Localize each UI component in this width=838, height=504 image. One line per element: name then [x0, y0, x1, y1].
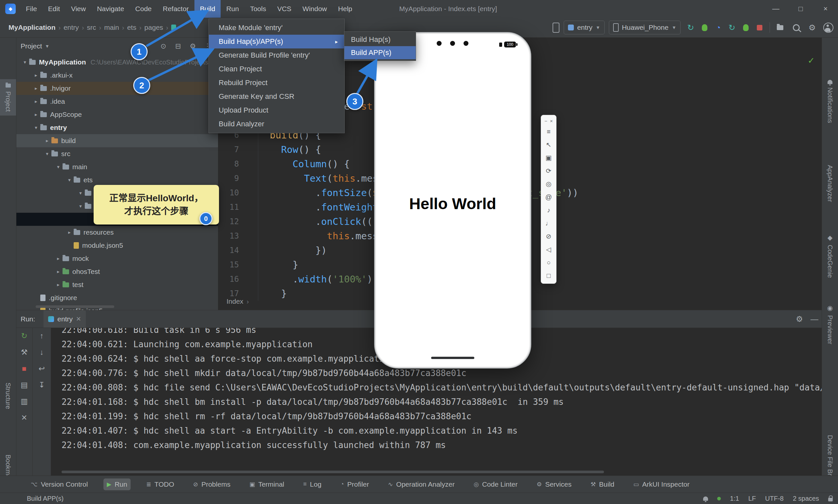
strip-tab-codegenie[interactable]: ◆CodeGenie [822, 234, 838, 278]
menu-item-generate-build-profile-entry[interactable]: Generate Build Profile 'entry' [209, 49, 344, 62]
tool-tab-operation-analyzer[interactable]: ∿Operation Analyzer [385, 479, 458, 490]
tree-item-ohostest[interactable]: ▸ohosTest [16, 265, 218, 278]
tree-expand-icon[interactable]: ▸ [43, 138, 51, 144]
restore-layout-icon[interactable]: ▤ [16, 377, 32, 393]
status-widget-1-1[interactable]: 1:1 [730, 495, 739, 502]
tree-collapse-icon[interactable]: ▾ [32, 125, 40, 130]
pointer-icon[interactable]: ↖ [541, 138, 556, 151]
tree-expand-icon[interactable]: ▸ [32, 112, 40, 118]
menu-item-clean-project[interactable]: Clean Project [209, 62, 344, 76]
locate-icon[interactable]: ◎ [541, 177, 556, 191]
palette-minimize-icon[interactable]: − [545, 118, 547, 124]
tool-tab-services[interactable]: ⚙Services [533, 479, 575, 490]
menubar-item-tools[interactable]: Tools [245, 0, 272, 18]
notifications-icon[interactable] [703, 497, 708, 501]
rerun-icon[interactable]: ↻ [16, 328, 32, 344]
tree-item-entry[interactable]: ▾entry [16, 121, 218, 134]
menubar-item-view[interactable]: View [66, 0, 91, 18]
status-widget-2-spaces[interactable]: 2 spaces [793, 495, 819, 502]
tree-expand-icon[interactable]: ▸ [32, 98, 40, 104]
strip-tab-notifications[interactable]: Notifications [822, 80, 838, 123]
menu-icon[interactable]: ≡ [541, 125, 556, 138]
menubar-item-help[interactable]: Help [333, 0, 358, 18]
menubar-item-navigate[interactable]: Navigate [91, 0, 130, 18]
breadcrumb-item-main[interactable]: main [104, 23, 119, 32]
hide-panel-icon[interactable]: — [807, 314, 822, 324]
profile-avatar-icon[interactable] [822, 21, 834, 34]
soft-wrap-icon[interactable]: ↩ [33, 360, 51, 377]
collapse-all-icon[interactable]: ⊟ [172, 42, 184, 50]
down-stack-icon[interactable]: ↓ [33, 344, 51, 360]
tree-collapse-icon[interactable]: ▾ [21, 59, 29, 65]
print-icon[interactable]: ▥ [16, 393, 32, 410]
home-icon[interactable]: ○ [541, 256, 556, 269]
project-panel-title[interactable]: Project [21, 42, 42, 50]
breadcrumb-item-entry[interactable]: entry [64, 23, 79, 32]
tree-expand-icon[interactable]: ▸ [32, 72, 40, 78]
tree-item-arkui-x[interactable]: ▸.arkui-x [16, 69, 218, 82]
tool-tab-run[interactable]: ▶Run [104, 479, 130, 490]
menu-item-build-app-s[interactable]: Build APP(s) [344, 46, 416, 59]
tree-expand-icon[interactable]: ▸ [54, 282, 63, 288]
lock-icon[interactable] [828, 498, 833, 501]
horizontal-scrollbar[interactable] [36, 305, 114, 308]
device-file-browser-icon[interactable] [774, 21, 786, 34]
breadcrumb-item-myapplication[interactable]: MyApplication [8, 23, 56, 32]
menu-item-build-hap-s[interactable]: Build Hap(s) [344, 33, 416, 46]
editor-breadcrumb[interactable]: Index › [227, 298, 249, 305]
tree-item-gitignore[interactable]: .gitignore [16, 291, 218, 304]
edit-config-icon[interactable]: ⚒ [16, 344, 32, 360]
menu-item-build-hap-s-app-s[interactable]: Build Hap(s)/APP(s)▸ [209, 35, 344, 49]
breadcrumb-item-pages[interactable]: pages [144, 23, 163, 32]
close-tab-icon[interactable]: ✕ [76, 315, 81, 323]
tree-item-src[interactable]: ▾src [16, 147, 218, 160]
menu-item-upload-product[interactable]: Upload Product [209, 104, 344, 117]
tree-item-build[interactable]: ▸build [16, 134, 218, 147]
stop-icon[interactable]: ■ [16, 360, 32, 377]
status-widget-lf[interactable]: LF [748, 495, 756, 502]
up-stack-icon[interactable]: ↑ [33, 328, 51, 344]
back-icon[interactable]: ◁ [541, 243, 556, 256]
rotate-icon[interactable]: ⟳ [541, 164, 556, 177]
tree-item-hvigor[interactable]: ▸.hvigor [16, 82, 218, 95]
menubar-item-run[interactable]: Run [221, 0, 245, 18]
tree-item-resources[interactable]: ▸resources [16, 226, 218, 239]
locate-file-icon[interactable]: ⊙ [158, 42, 169, 50]
menubar-item-vcs[interactable]: VCS [272, 0, 297, 18]
module-selector[interactable]: entry ▼ [564, 21, 605, 34]
volume-up-icon[interactable]: ♪ [541, 203, 556, 217]
strip-tab-structure[interactable]: Structure [0, 382, 16, 409]
maximize-button[interactable]: □ [788, 0, 813, 18]
clear-icon[interactable]: ✕ [16, 410, 32, 426]
tree-item-mock[interactable]: ▸mock [16, 252, 218, 265]
tree-item-appscope[interactable]: ▸AppScope [16, 108, 218, 121]
recents-icon[interactable]: □ [541, 269, 556, 282]
tree-collapse-icon[interactable]: ▾ [54, 164, 63, 170]
tree-expand-icon[interactable]: ▸ [65, 230, 74, 235]
settings-gear-icon[interactable]: ⚙ [806, 21, 818, 34]
tool-tab-problems[interactable]: ⊘Problems [190, 479, 234, 490]
device-selector[interactable]: Huawei_Phone ▼ [609, 21, 680, 34]
screenshot-icon[interactable]: ▣ [541, 151, 556, 164]
scroll-end-icon[interactable]: ↧ [33, 377, 51, 393]
tool-tab-terminal[interactable]: ▣Terminal [246, 479, 287, 490]
tree-collapse-icon[interactable]: ▾ [76, 203, 85, 209]
tree-expand-icon[interactable]: ▸ [32, 86, 40, 91]
tree-item-main[interactable]: ▾main [16, 160, 218, 174]
tool-tab-profiler[interactable]: ◔Profiler [337, 479, 372, 490]
palette-close-icon[interactable]: × [550, 118, 553, 124]
volume-down-icon[interactable]: ♩ [541, 217, 556, 230]
toolbar-rerun-icon[interactable]: ↻ [726, 21, 738, 34]
menubar-item-code[interactable]: Code [130, 0, 157, 18]
tool-tab-todo[interactable]: ≣TODO [143, 479, 177, 490]
tree-item-module-json5[interactable]: module.json5 [16, 239, 218, 252]
breadcrumb-item-ets[interactable]: ets [127, 23, 136, 32]
minimize-button[interactable]: — [763, 0, 788, 18]
breadcrumb-item-src[interactable]: src [87, 23, 96, 32]
menubar-item-build[interactable]: Build [194, 0, 221, 18]
toolbar-stop-icon[interactable] [753, 21, 765, 34]
tree-item-ets[interactable]: ▾ets [16, 174, 218, 186]
toolbar-attach-debugger-icon[interactable] [740, 21, 752, 34]
strip-tab-project[interactable]: Project [0, 79, 16, 115]
tool-tab-log[interactable]: ≡Log [300, 479, 325, 490]
